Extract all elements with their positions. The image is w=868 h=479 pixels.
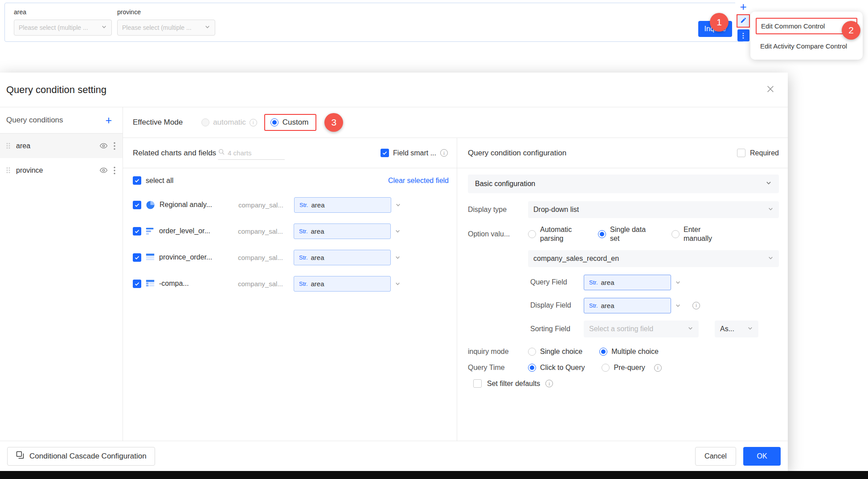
sort-order-value: As... (720, 325, 734, 333)
query-condition-setting-dialog: Query condition setting Query conditions… (0, 73, 788, 471)
annotation-badge-2: 2 (842, 21, 860, 40)
add-control-button[interactable]: + (740, 1, 746, 12)
option-pre-query[interactable]: Pre-query (602, 363, 645, 372)
option-label: Multiple choice (611, 347, 659, 356)
display-field-select[interactable]: Str. area (584, 297, 684, 313)
basic-configuration-section[interactable]: Basic configuration (468, 175, 779, 193)
select-all-row: select all Clear selected field (133, 176, 449, 185)
cascade-icon (16, 451, 25, 462)
option-label: Single data set (610, 225, 655, 243)
display-field-row: Display Field Str. area i (530, 297, 779, 313)
chevron-down-icon (101, 24, 107, 31)
option-enter-manually[interactable]: Enter manually (671, 225, 720, 243)
info-icon[interactable]: i (654, 364, 662, 372)
required-option: Required (737, 149, 779, 157)
pie-chart-icon (145, 200, 156, 210)
radio[interactable] (528, 230, 536, 238)
kebab-menu-icon[interactable] (114, 166, 115, 175)
option-single-choice[interactable]: Single choice (528, 347, 582, 356)
chart-checkbox[interactable] (133, 227, 141, 235)
set-filter-defaults-checkbox[interactable] (473, 379, 482, 388)
option-value-label: Option valu... (468, 230, 528, 238)
related-charts-list: select all Clear selected field Regional… (123, 168, 457, 300)
chart-checkbox[interactable] (133, 201, 141, 209)
sorting-field-label: Sorting Field (530, 325, 584, 333)
clear-selected-field-link[interactable]: Clear selected field (388, 177, 449, 185)
chevron-down-icon (391, 276, 404, 292)
plus-icon: + (740, 0, 746, 13)
ok-button[interactable]: OK (743, 447, 781, 466)
dataset-value: company_sales_record_en (533, 255, 619, 263)
chart-checkbox[interactable] (133, 280, 141, 288)
display-type-row: Display type Drop-down list (468, 201, 779, 218)
option-multiple-choice[interactable]: Multiple choice (599, 347, 659, 356)
more-vertical-icon: ⋮ (740, 32, 747, 40)
chart-search (218, 146, 285, 160)
field-type: Str. (299, 202, 308, 208)
config-title: Query condition configuration (468, 149, 566, 158)
query-field-select[interactable]: Str. area (584, 274, 684, 290)
radio[interactable] (602, 364, 610, 372)
info-icon[interactable]: i (545, 380, 553, 387)
field-name: area (311, 254, 324, 261)
display-field-label: Display Field (530, 301, 584, 309)
more-menu-button[interactable]: ⋮ (737, 29, 749, 41)
chart-search-input[interactable] (227, 149, 279, 157)
radio[interactable] (528, 348, 536, 356)
chart-name: order_level_or... (159, 227, 234, 235)
automatic-mode-option: automatic i (201, 118, 257, 127)
province-filter-select[interactable]: Please select (multiple ... (117, 20, 215, 36)
select-all-checkbox[interactable] (133, 176, 141, 185)
sorting-field-row: Sorting Field Select a sorting field As.… (530, 321, 779, 337)
option-single-data-set[interactable]: Single data set (598, 225, 655, 243)
sidebar-item-area[interactable]: area (0, 134, 123, 158)
related-charts-title: Related charts and fields (133, 149, 216, 158)
sort-order-select[interactable]: As... (715, 321, 758, 337)
edit-control-button[interactable] (737, 14, 750, 28)
field-smart-checkbox[interactable] (381, 149, 389, 157)
eye-icon[interactable] (99, 166, 108, 175)
info-icon[interactable]: i (692, 302, 700, 309)
chart-checkbox[interactable] (133, 253, 141, 262)
field-select[interactable]: Str. area (294, 276, 404, 292)
info-icon[interactable]: i (250, 119, 257, 126)
dataset-select[interactable]: company_sales_record_en (528, 250, 779, 267)
sorting-field-placeholder: Select a sorting field (589, 325, 653, 333)
kebab-menu-icon[interactable] (114, 142, 115, 150)
condition-label: area (16, 142, 94, 150)
field-select[interactable]: Str. area (294, 249, 404, 265)
automatic-radio[interactable] (201, 118, 209, 126)
drag-handle-icon[interactable] (6, 142, 10, 149)
sorting-field-select[interactable]: Select a sorting field (584, 321, 699, 337)
custom-radio[interactable] (270, 118, 278, 126)
info-icon[interactable]: i (440, 149, 448, 157)
eye-icon[interactable] (99, 142, 108, 150)
field-select[interactable]: Str. area (294, 197, 405, 213)
conditional-cascade-button[interactable]: Conditional Cascade Configuration (7, 447, 155, 466)
add-condition-button[interactable]: + (105, 115, 112, 126)
required-checkbox[interactable] (737, 149, 745, 157)
option-automatic-parsing[interactable]: Automatic parsing (528, 225, 581, 243)
chevron-down-icon (391, 197, 405, 213)
control-toolbar: + ⋮ (735, 1, 751, 41)
field-select[interactable]: Str. area (294, 223, 404, 239)
field-smart-label: Field smart ... (393, 149, 436, 157)
option-click-to-query[interactable]: Click to Query (528, 363, 585, 372)
radio[interactable] (598, 230, 606, 238)
drag-handle-icon[interactable] (6, 167, 10, 174)
field-smart-option: Field smart ... i (381, 149, 448, 157)
area-filter-select[interactable]: Please select (multiple ... (14, 20, 112, 36)
radio[interactable] (528, 364, 536, 372)
sidebar-item-province[interactable]: province (0, 158, 123, 183)
display-type-select[interactable]: Drop-down list (528, 201, 779, 218)
radio[interactable] (599, 348, 607, 356)
chevron-down-icon (391, 223, 404, 239)
field-name: area (601, 302, 614, 309)
cancel-button[interactable]: Cancel (695, 447, 736, 466)
config-header: Query condition configuration Required (457, 138, 788, 168)
menu-item-edit-activity-compare-control[interactable]: Edit Activity Compare Control (756, 38, 857, 54)
select-placeholder: Please select (multiple ... (122, 24, 192, 31)
chart-dataset: company_sal... (238, 280, 290, 288)
close-button[interactable] (766, 84, 775, 96)
radio[interactable] (671, 230, 680, 238)
